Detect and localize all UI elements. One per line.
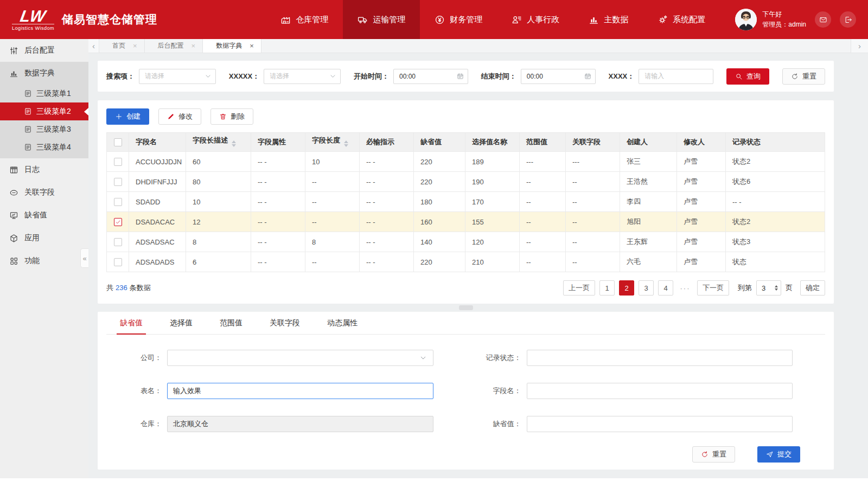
xxxx-input[interactable]: 请输入 <box>639 69 713 84</box>
sidebar-item-data-dictionary[interactable]: 数据字典 <box>0 62 88 85</box>
page-ellipsis[interactable]: ··· <box>678 280 693 296</box>
logout-button[interactable] <box>840 11 856 28</box>
footer-strip <box>0 478 868 488</box>
detail-tab-default-value[interactable]: 缺省值 <box>106 312 156 334</box>
row-checkbox[interactable] <box>114 198 122 206</box>
row-checkbox[interactable] <box>114 158 122 166</box>
row-checkbox[interactable] <box>114 178 122 186</box>
sidebar-item-applications[interactable]: 应用 <box>0 227 88 249</box>
tab-close-icon[interactable]: × <box>133 42 137 50</box>
sidebar-item-submenu-4[interactable]: 三级菜单4 <box>0 138 88 156</box>
next-page-button[interactable]: 下一页 <box>697 280 729 296</box>
nav-master-data[interactable]: 主数据 <box>574 0 643 39</box>
detail-tab-select-value[interactable]: 选择值 <box>156 312 206 334</box>
table-cell: 王东辉 <box>620 232 677 252</box>
nav-system-config[interactable]: 系统配置 <box>643 0 720 39</box>
avatar[interactable] <box>735 9 757 30</box>
form-reset-button[interactable]: 重置 <box>692 446 735 463</box>
sort-icon[interactable] <box>232 138 236 149</box>
total-count: 共236条数据 <box>106 283 151 293</box>
sidebar-item-logs[interactable]: 日志 <box>0 158 88 181</box>
sidebar-item-functions[interactable]: 功能 <box>0 249 88 272</box>
column-header: 选择值名称 <box>465 133 520 152</box>
table-cell: -- - <box>360 232 414 252</box>
row-checkbox[interactable] <box>114 238 122 246</box>
sidebar-item-submenu-3[interactable]: 三级菜单3 <box>0 120 88 138</box>
table-row[interactable]: ACCUOJJDJN60-- -10-- -220189------张三卢雪状态… <box>107 152 825 172</box>
brand: LW Logistics Wisdom 储易智慧仓储管理 <box>0 0 179 39</box>
column-header[interactable]: 字段长描述 <box>186 133 251 152</box>
row-checkbox[interactable] <box>114 258 122 266</box>
filter-reset-button[interactable]: 重置 <box>782 68 825 85</box>
sidebar-item-default-values[interactable]: 缺省值 <box>0 204 88 227</box>
sidebar-item-submenu-1[interactable]: 三级菜单1 <box>0 85 88 102</box>
refresh-icon <box>701 451 709 458</box>
nav-hr[interactable]: 人事行政 <box>497 0 574 39</box>
detail-tab-range-value[interactable]: 范围值 <box>206 312 256 334</box>
tab-close-icon[interactable]: × <box>250 42 254 50</box>
start-time-input[interactable]: 00:00 <box>393 69 468 84</box>
tab-close-icon[interactable]: × <box>192 42 196 50</box>
submit-button[interactable]: 提交 <box>757 446 800 463</box>
edit-button[interactable]: 修改 <box>158 108 201 125</box>
detail-tab-related-field[interactable]: 关联字段 <box>256 312 314 334</box>
page-button-4[interactable]: 4 <box>658 280 673 296</box>
doc-icon <box>24 125 32 133</box>
form-actions: 重置 提交 <box>106 432 825 463</box>
sidebar-item-submenu-2[interactable]: 三级菜单2 <box>0 102 88 120</box>
tab-bar: ‹ 首页×后台配置×数据字典× › <box>88 39 868 53</box>
table-name-input[interactable] <box>173 387 427 395</box>
end-time-input[interactable]: 00:00 <box>521 69 596 84</box>
stepper-arrows-icon[interactable] <box>775 284 778 292</box>
table-cell: ADSADSAC <box>129 232 186 252</box>
field-name-input[interactable] <box>533 387 787 395</box>
tab-backend-config[interactable]: 后台配置× <box>145 39 203 53</box>
goto-confirm-button[interactable]: 确定 <box>800 280 825 296</box>
tab-home[interactable]: 首页× <box>99 39 145 53</box>
data-table: 字段名字段长描述字段属性字段长度必输指示缺省值选择值名称范围值关联字段创建人修改… <box>106 132 825 272</box>
column-header[interactable]: 字段长度 <box>305 133 360 152</box>
tab-data-dictionary[interactable]: 数据字典× <box>203 39 261 53</box>
table-cell: -- <box>305 192 360 212</box>
search-item-select[interactable]: 请选择 <box>139 69 216 84</box>
table-row[interactable]: DSADACAC12-- ----- -160155----旭阳卢雪状态2 <box>107 212 825 232</box>
nav-warehouse[interactable]: 仓库管理 <box>266 0 343 39</box>
tabs-scroll-right[interactable]: › <box>851 39 868 53</box>
detail-tab-dynamic-attr[interactable]: 动态属性 <box>314 312 371 334</box>
query-button[interactable]: 查询 <box>726 68 769 85</box>
nav-transport[interactable]: 运输管理 <box>343 0 420 39</box>
sidebar-item-related-fields[interactable]: 关联字段 <box>0 181 88 204</box>
delete-button[interactable]: 删除 <box>210 108 253 125</box>
row-checkbox[interactable] <box>114 218 122 226</box>
page-button-3[interactable]: 3 <box>639 280 654 296</box>
select-all-checkbox[interactable] <box>114 138 122 146</box>
create-button[interactable]: 创建 <box>106 108 149 125</box>
filter-label: XXXXX： <box>229 72 259 81</box>
sidebar: 后台配置数据字典三级菜单1三级菜单2三级菜单3三级菜单4日志关联字段缺省值应用功… <box>0 39 88 478</box>
nav-finance[interactable]: 财务管理 <box>420 0 497 39</box>
splitter-handle[interactable] <box>459 305 473 310</box>
sidebar-collapse-handle[interactable]: « <box>80 248 88 268</box>
table-cell: 80 <box>186 172 251 192</box>
page-button-1[interactable]: 1 <box>599 280 615 296</box>
prev-page-button[interactable]: 上一页 <box>563 280 595 296</box>
panel-splitter <box>98 304 834 312</box>
table-cell: -- - <box>360 152 414 172</box>
select-placeholder: 请选择 <box>145 72 164 81</box>
goto-page-stepper[interactable]: 3 <box>756 280 781 296</box>
sidebar-item-backend-config[interactable]: 后台配置 <box>0 39 88 62</box>
company-select[interactable] <box>167 350 433 366</box>
tabs-scroll-left[interactable]: ‹ <box>88 39 99 53</box>
xxxxx-select[interactable]: 请选择 <box>264 69 341 84</box>
table-row[interactable]: DHDIFNFJJJ80-- ----- -220190----王浩然卢雪状态6 <box>107 172 825 192</box>
table-row[interactable]: SDADD10-- ----- -180170----李四卢雪-- - <box>107 192 825 212</box>
mail-button[interactable] <box>815 11 831 28</box>
sort-icon[interactable] <box>344 138 348 149</box>
table-cell: 卢雪 <box>677 172 726 192</box>
table-cell: -- <box>305 172 360 192</box>
table-row[interactable]: ADSADADS6-- ----- -220210----六毛卢雪状态 <box>107 252 825 272</box>
record-status-input[interactable] <box>533 354 787 362</box>
page-button-2[interactable]: 2 <box>619 280 634 296</box>
table-row[interactable]: ADSADSAC8-- -8-- -140120----王东辉卢雪状态3 <box>107 232 825 252</box>
default-value-input[interactable] <box>533 420 787 428</box>
